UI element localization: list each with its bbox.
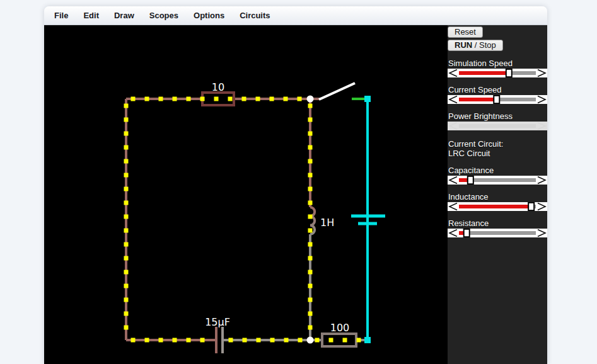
current-dot — [308, 256, 313, 261]
current-dot — [308, 298, 313, 302]
menu-bar: File Edit Draw Scopes Options Circuits — [44, 6, 547, 25]
current-dot — [124, 132, 129, 136]
current-dot — [200, 338, 205, 343]
current-dot — [308, 132, 313, 136]
current-dot — [124, 187, 129, 191]
current-dot — [124, 201, 129, 205]
current-dot — [308, 173, 313, 178]
slider-fill — [459, 205, 531, 208]
slider-widget[interactable] — [448, 229, 547, 237]
component-label: 1H — [320, 217, 334, 229]
current-dot — [308, 145, 313, 150]
workspace: 101H15µF100 Reset RUN / Stop Simulation … — [44, 25, 547, 364]
current-dot — [173, 338, 177, 343]
slider-power-brightness — [448, 122, 547, 130]
slider-track[interactable] — [459, 231, 536, 235]
current-dot — [187, 97, 191, 101]
current-dot — [200, 97, 205, 101]
slider-resistance[interactable] — [448, 229, 547, 237]
menu-item-scopes[interactable]: Scopes — [149, 11, 178, 20]
power-brightness-control: Power Brightness — [448, 112, 547, 130]
reset-button[interactable]: Reset — [448, 26, 483, 38]
selected-node[interactable] — [364, 96, 371, 102]
slider-thumb[interactable] — [464, 229, 470, 237]
current-dot — [343, 338, 347, 343]
current-dot — [270, 97, 274, 101]
menu-item-draw[interactable]: Draw — [114, 11, 134, 20]
component-label: 15µF — [205, 316, 230, 328]
simulator-window: File Edit Draw Scopes Options Circuits 1… — [44, 6, 547, 364]
current-dot — [124, 104, 129, 108]
current-dot — [124, 229, 129, 233]
stop-label: / Stop — [472, 40, 496, 50]
control-sidebar: Reset RUN / Stop Simulation Speed Curren… — [448, 25, 547, 364]
slider-inductance[interactable] — [448, 202, 547, 211]
slider-fill — [459, 98, 497, 101]
current-dot — [145, 338, 149, 343]
current-dot — [124, 145, 129, 150]
current-dot — [173, 97, 177, 101]
current-circuit-info: Current Circuit: LRC Circuit — [448, 139, 547, 158]
slider-simulation-speed[interactable] — [448, 69, 547, 77]
menu-item-circuits[interactable]: Circuits — [240, 11, 270, 20]
current-speed-control: Current Speed — [448, 86, 547, 104]
current-circuit-label: Current Circuit: — [448, 139, 547, 149]
run-label: RUN — [455, 40, 472, 50]
current-dot — [357, 338, 361, 343]
slider-thumb[interactable] — [494, 96, 499, 103]
current-dot — [124, 284, 129, 288]
switch-blade[interactable] — [319, 83, 355, 100]
slider-current-speed[interactable] — [448, 95, 547, 104]
slider-widget[interactable] — [448, 202, 547, 211]
power-brightness-label: Power Brightness — [448, 112, 547, 121]
current-dot — [131, 97, 136, 101]
current-dot — [159, 97, 163, 101]
circuit-drawing[interactable]: 101H15µF100 — [44, 25, 448, 364]
slider-capacitance[interactable] — [448, 176, 547, 185]
slider-thumb[interactable] — [506, 69, 512, 77]
selected-node[interactable] — [364, 337, 371, 343]
menu-item-edit[interactable]: Edit — [83, 11, 99, 20]
current-dot — [243, 338, 247, 343]
menu-item-file[interactable]: File — [54, 11, 68, 20]
component-label: 100 — [330, 322, 350, 334]
current-dot — [124, 159, 129, 164]
current-dot — [124, 270, 129, 275]
slider-widget[interactable] — [448, 69, 547, 77]
circuit-canvas[interactable]: 101H15µF100 — [44, 25, 448, 364]
junction-node[interactable] — [307, 96, 314, 103]
current-dot — [229, 338, 233, 343]
current-dot — [256, 97, 260, 101]
simulation-speed-label: Simulation Speed — [448, 59, 547, 68]
current-dot — [308, 312, 313, 316]
current-dot — [270, 338, 275, 343]
resistor-100[interactable] — [322, 334, 356, 346]
slider-widget[interactable] — [448, 95, 547, 104]
slider-thumb[interactable] — [468, 176, 473, 184]
current-dot — [131, 338, 136, 343]
current-dot — [308, 284, 313, 288]
current-dot — [242, 97, 246, 101]
slider-fill — [459, 71, 509, 75]
current-dot — [308, 104, 313, 108]
run-stop-button[interactable]: RUN / Stop — [448, 40, 503, 51]
current-dot — [124, 242, 129, 247]
resistance-label: Resistance — [448, 219, 547, 228]
current-dot — [329, 338, 333, 343]
current-dot — [124, 256, 129, 261]
menu-item-options[interactable]: Options — [194, 11, 224, 20]
current-dot — [298, 97, 302, 101]
slider-thumb[interactable] — [528, 203, 534, 210]
current-dot — [308, 118, 313, 122]
component-label: 10 — [212, 81, 224, 93]
current-dot — [124, 298, 129, 302]
current-dot — [315, 338, 320, 343]
current-circuit-name: LRC Circuit — [448, 149, 547, 158]
inductance-label: Inductance — [448, 193, 547, 202]
current-dot — [308, 215, 313, 219]
slider-widget[interactable] — [448, 176, 547, 185]
current-dot — [187, 338, 191, 343]
current-dot — [228, 97, 233, 101]
capacitance-label: Capacitance — [448, 166, 547, 175]
junction-node[interactable] — [307, 337, 314, 344]
